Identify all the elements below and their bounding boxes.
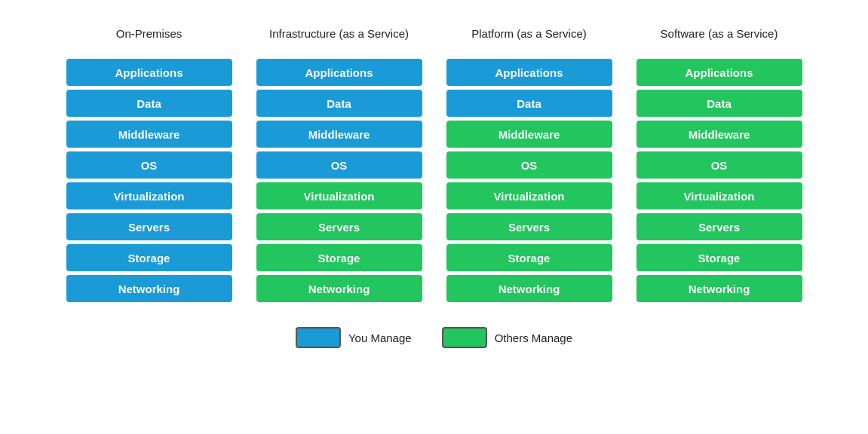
cell-paas-networking: Networking <box>446 275 612 302</box>
cell-on-premises-middleware: Middleware <box>66 121 232 148</box>
cell-iaas-networking: Networking <box>256 275 422 302</box>
legend-you-manage: You Manage <box>296 327 412 348</box>
cell-saas-servers: Servers <box>636 213 802 240</box>
cell-paas-applications: Applications <box>446 59 612 86</box>
legend: You Manage Others Manage <box>296 327 572 348</box>
column-saas: Software (as a Service)ApplicationsDataM… <box>629 15 810 306</box>
column-iaas: Infrastructure (as a Service)Application… <box>249 15 430 306</box>
cell-on-premises-storage: Storage <box>66 244 232 271</box>
cell-paas-storage: Storage <box>446 244 612 271</box>
cell-on-premises-data: Data <box>66 90 232 117</box>
cell-paas-data: Data <box>446 90 612 117</box>
cell-on-premises-virtualization: Virtualization <box>66 182 232 209</box>
cell-iaas-applications: Applications <box>256 59 422 86</box>
cell-iaas-os: OS <box>256 151 422 179</box>
cell-paas-os: OS <box>446 151 612 179</box>
legend-others-manage: Others Manage <box>442 327 572 348</box>
cell-paas-virtualization: Virtualization <box>446 182 612 209</box>
cell-saas-os: OS <box>636 151 802 179</box>
cell-iaas-servers: Servers <box>256 213 422 240</box>
cell-paas-servers: Servers <box>446 213 612 240</box>
cell-saas-networking: Networking <box>636 275 802 302</box>
cell-iaas-middleware: Middleware <box>256 121 422 148</box>
column-header-paas: Platform (as a Service) <box>471 15 587 51</box>
cell-saas-applications: Applications <box>636 59 802 86</box>
column-header-saas: Software (as a Service) <box>661 15 778 51</box>
column-on-premises: On-PremisesApplicationsDataMiddlewareOSV… <box>59 15 240 306</box>
cell-on-premises-applications: Applications <box>66 59 232 86</box>
legend-you-manage-label: You Manage <box>348 332 412 344</box>
cell-on-premises-os: OS <box>66 151 232 179</box>
legend-blue-box <box>296 327 341 348</box>
cell-iaas-virtualization: Virtualization <box>256 182 422 209</box>
cell-on-premises-servers: Servers <box>66 213 232 240</box>
cell-iaas-storage: Storage <box>256 244 422 271</box>
cell-saas-virtualization: Virtualization <box>636 182 802 209</box>
column-header-on-premises: On-Premises <box>116 15 182 51</box>
cell-iaas-data: Data <box>256 90 422 117</box>
cell-saas-middleware: Middleware <box>636 121 802 148</box>
cell-saas-storage: Storage <box>636 244 802 271</box>
cell-on-premises-networking: Networking <box>66 275 232 302</box>
legend-green-box <box>442 327 487 348</box>
cell-saas-data: Data <box>636 90 802 117</box>
cloud-diagram: On-PremisesApplicationsDataMiddlewareOSV… <box>8 15 860 306</box>
column-paas: Platform (as a Service)ApplicationsDataM… <box>439 15 620 306</box>
cell-paas-middleware: Middleware <box>446 121 612 148</box>
column-header-iaas: Infrastructure (as a Service) <box>269 15 409 51</box>
legend-others-manage-label: Others Manage <box>495 332 572 344</box>
